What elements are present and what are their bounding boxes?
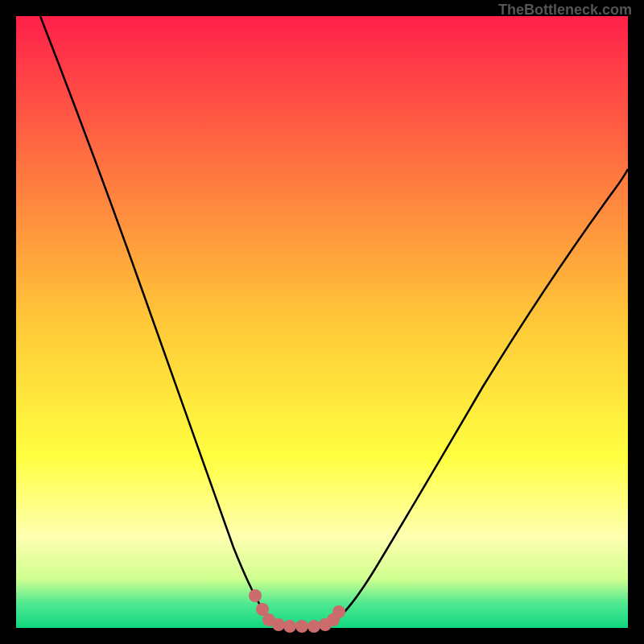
- watermark-text: TheBottleneck.com: [498, 2, 632, 19]
- chart-svg: [0, 0, 644, 644]
- svg-point-4: [283, 620, 296, 633]
- svg-point-5: [295, 620, 308, 633]
- svg-point-6: [308, 620, 320, 633]
- svg-point-9: [332, 605, 345, 618]
- svg-point-0: [249, 589, 262, 602]
- chart-plot-area: [16, 16, 628, 628]
- svg-point-3: [272, 618, 285, 631]
- chart-container: TheBottleneck.com: [0, 0, 644, 644]
